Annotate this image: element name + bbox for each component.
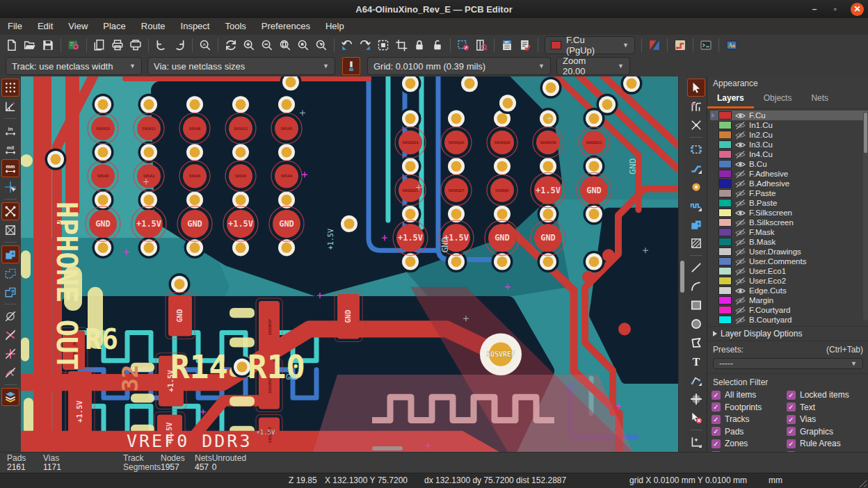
layer-visibility-eye-icon[interactable]	[735, 209, 746, 218]
checkbox-icon[interactable]: ✓	[712, 415, 721, 424]
find-icon[interactable]: A	[196, 36, 214, 54]
layer-row[interactable]: User.Eco1	[710, 266, 868, 276]
local-ratsnest-icon[interactable]	[687, 116, 705, 134]
layer-row[interactable]: In3.Cu	[710, 140, 868, 149]
presets-selector[interactable]: ----- ▼	[713, 358, 863, 369]
plot-icon[interactable]	[127, 36, 145, 54]
page-settings-icon[interactable]	[90, 36, 108, 54]
zoom-selector[interactable]: Zoom 20.00 ▼	[556, 57, 630, 75]
polar-coordinates-icon[interactable]	[1, 97, 19, 115]
refresh-view-icon[interactable]	[222, 36, 240, 54]
menu-item[interactable]: Inspect	[173, 18, 218, 35]
layer-color-swatch[interactable]	[718, 140, 732, 149]
design-rules-checker-icon[interactable]	[516, 36, 534, 54]
layer-row[interactable]: B.Courtyard	[710, 315, 868, 325]
new-board-icon[interactable]	[3, 36, 21, 54]
ungroup-items-icon[interactable]	[392, 36, 410, 54]
layer-visibility-eye-icon[interactable]	[735, 286, 746, 295]
title-bar[interactable]: A64-OlinuXino_Rev_E — PCB Editor – ▫ ✕	[0, 0, 868, 19]
draw-line-icon[interactable]	[687, 259, 705, 277]
vertical-scrollbar[interactable]	[680, 261, 684, 293]
layer-visibility-eye-icon[interactable]	[735, 160, 746, 169]
add-text-icon[interactable]: T	[687, 352, 705, 371]
add-rule-area-icon[interactable]	[687, 234, 705, 252]
appearance-tab[interactable]: Layers	[707, 90, 754, 108]
appearance-manager-icon[interactable]	[1, 388, 19, 406]
layer-visibility-eye-icon[interactable]	[735, 131, 746, 140]
layer-visibility-eye-icon[interactable]	[735, 189, 746, 198]
layer-visibility-eye-icon[interactable]	[735, 199, 746, 208]
selection-filter-item[interactable]: ✓ Tracks	[712, 414, 787, 424]
layer-visibility-eye-icon[interactable]	[735, 121, 746, 130]
filled-zones-icon[interactable]	[1, 245, 19, 263]
zoom-fit-page-icon[interactable]	[276, 36, 294, 54]
track-width-selector[interactable]: Track: use netclass width ▼	[6, 57, 142, 75]
layer-color-swatch[interactable]	[718, 306, 732, 314]
layer-row[interactable]: User.Comments	[710, 257, 868, 266]
resize-grip[interactable]	[858, 478, 867, 487]
selection-filter-item[interactable]: ✓ Vias	[787, 414, 862, 424]
selection-filter-item[interactable]: ✓ Rule Areas	[787, 439, 862, 448]
layer-row[interactable]: In1.Cu	[710, 120, 868, 130]
layer-color-swatch[interactable]	[718, 150, 732, 158]
draw-rectangle-icon[interactable]	[687, 296, 705, 314]
draw-circle-icon[interactable]	[687, 315, 705, 333]
layer-visibility-eye-icon[interactable]	[735, 306, 746, 315]
highlight-net-icon[interactable]	[687, 97, 705, 115]
tune-track-length-icon[interactable]	[687, 197, 705, 215]
zoom-fit-objects-icon[interactable]	[294, 36, 312, 54]
checkbox-icon[interactable]: ✓	[712, 427, 721, 436]
unlock-icon[interactable]	[428, 36, 447, 54]
layer-visibility-eye-icon[interactable]	[735, 247, 746, 257]
selection-filter-item[interactable]: ✓ Footprints	[712, 402, 787, 412]
appearance-tab[interactable]: Objects	[754, 90, 802, 108]
layer-visibility-eye-icon[interactable]	[735, 277, 746, 286]
layer-color-swatch[interactable]	[718, 228, 732, 236]
layer-color-swatch[interactable]	[718, 179, 732, 188]
rotate-cw-icon[interactable]	[356, 36, 374, 54]
text-properties-icon[interactable]: Aa	[723, 36, 741, 54]
layer-visibility-eye-icon[interactable]	[735, 267, 746, 276]
via-size-selector[interactable]: Via: use netclass sizes ▼	[147, 57, 335, 75]
layer-row[interactable]: F.Adhesive	[710, 169, 868, 179]
selection-filter-item[interactable]: ✓ Pads	[712, 427, 787, 437]
undo-icon[interactable]	[152, 36, 170, 54]
layer-row[interactable]: In2.Cu	[710, 130, 868, 140]
layer-list-scrollbar-track[interactable]	[863, 112, 868, 320]
open-board-icon[interactable]	[21, 36, 39, 54]
redo-icon[interactable]	[170, 36, 188, 54]
set-drill-origin-icon[interactable]	[687, 433, 705, 451]
layer-row[interactable]: F.Paste	[710, 188, 868, 198]
lock-icon[interactable]	[410, 36, 428, 54]
layer-visibility-eye-icon[interactable]	[735, 140, 746, 149]
checkbox-icon[interactable]: ✓	[787, 391, 796, 400]
board-setup-icon[interactable]	[65, 36, 83, 54]
draw-polygon-icon[interactable]	[687, 334, 705, 352]
layer-color-swatch[interactable]	[718, 218, 732, 227]
menu-item[interactable]: File	[0, 18, 30, 35]
layer-color-swatch[interactable]	[718, 121, 732, 129]
draw-arc-icon[interactable]	[687, 277, 705, 295]
layer-visibility-eye-icon[interactable]	[735, 170, 746, 179]
add-zone-icon[interactable]	[687, 215, 705, 234]
add-dimension-icon[interactable]	[687, 371, 705, 389]
zoom-to-selection-icon[interactable]	[312, 36, 330, 54]
select-tool-icon[interactable]	[687, 79, 705, 97]
zoom-out-icon[interactable]	[258, 36, 276, 54]
layer-color-swatch[interactable]	[718, 286, 732, 295]
curved-tracks-icon[interactable]	[1, 364, 19, 382]
selection-filter-item[interactable]: ✓ All items	[712, 390, 787, 400]
vertical-scrollbar-track[interactable]	[678, 76, 686, 452]
layer-row[interactable]: Edge.Cuts	[710, 286, 868, 295]
layer-color-swatch[interactable]	[718, 209, 732, 217]
maximize-button[interactable]: ▫	[830, 4, 841, 14]
layer-row[interactable]: In4.Cu	[710, 149, 868, 159]
selection-filter-item[interactable]: ✓ Text	[787, 402, 862, 412]
sketch-zones-icon[interactable]	[1, 283, 19, 301]
menu-item[interactable]: Route	[134, 18, 173, 35]
save-board-icon[interactable]	[39, 36, 57, 54]
route-tracks-icon[interactable]	[687, 159, 705, 177]
layer-color-swatch[interactable]	[718, 296, 732, 304]
menu-item[interactable]: Help	[318, 18, 352, 35]
print-icon[interactable]	[108, 36, 127, 54]
